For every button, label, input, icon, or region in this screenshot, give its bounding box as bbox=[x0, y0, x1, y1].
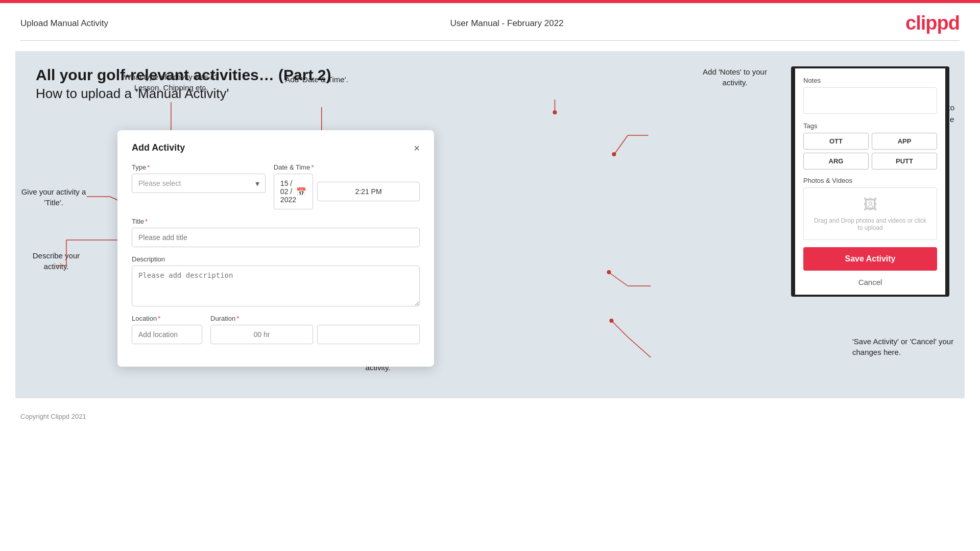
svg-line-24 bbox=[610, 273, 628, 286]
photo-drop-text: Drag and Drop photos and videos or click… bbox=[812, 217, 928, 231]
location-duration-row: Location* Duration* bbox=[132, 315, 420, 344]
annotation-date-time: Add 'Date & Time'. bbox=[276, 74, 357, 85]
header: Upload Manual Activity User Manual - Feb… bbox=[0, 3, 980, 40]
modal-header: Add Activity × bbox=[132, 142, 420, 153]
title-input[interactable] bbox=[132, 228, 420, 247]
description-label: Description bbox=[132, 255, 420, 263]
location-group: Location* bbox=[132, 315, 202, 344]
svg-point-19 bbox=[553, 110, 557, 114]
copyright-text: Copyright Clippd 2021 bbox=[20, 413, 86, 420]
footer: Copyright Clippd 2021 bbox=[0, 409, 980, 424]
svg-line-26 bbox=[628, 337, 651, 357]
description-group: Description bbox=[132, 255, 420, 306]
title-group: Title* bbox=[132, 218, 420, 247]
duration-hr-input[interactable] bbox=[210, 325, 313, 344]
save-activity-button[interactable]: Save Activity bbox=[803, 247, 937, 271]
modal-close-button[interactable]: × bbox=[414, 143, 420, 153]
header-left: Upload Manual Activity bbox=[20, 18, 108, 29]
type-select[interactable]: Please select bbox=[132, 174, 266, 193]
duration-inputs bbox=[210, 325, 420, 344]
tag-ott[interactable]: OTT bbox=[803, 133, 869, 150]
clippd-logo: clippd bbox=[905, 12, 960, 34]
notes-label: Notes bbox=[803, 77, 937, 84]
date-time-inputs: 15 / 02 / 2022 📅 bbox=[274, 174, 420, 209]
photo-drop-zone[interactable]: 🖼 Drag and Drop photos and videos or cli… bbox=[803, 187, 937, 240]
duration-label: Duration* bbox=[210, 315, 420, 322]
photo-icon: 🖼 bbox=[863, 196, 877, 213]
location-label: Location* bbox=[132, 315, 202, 322]
type-select-wrapper: Please select ▾ bbox=[132, 174, 266, 193]
title-row: Title* bbox=[132, 218, 420, 247]
tags-grid: OTT APP ARG PUTT bbox=[803, 133, 937, 170]
annotation-describe: Describe your activity. bbox=[20, 250, 92, 272]
notes-textarea[interactable] bbox=[803, 87, 937, 114]
location-input[interactable] bbox=[132, 325, 202, 344]
datetime-group: Date & Time* 15 / 02 / 2022 📅 bbox=[274, 163, 420, 209]
svg-point-28 bbox=[609, 319, 613, 323]
svg-line-27 bbox=[612, 322, 628, 337]
annotation-save: 'Save Activity' or 'Cancel' your changes… bbox=[852, 336, 960, 357]
modal-title: Add Activity bbox=[132, 142, 185, 153]
annotation-notes: Add 'Notes' to your activity. bbox=[694, 66, 776, 88]
title-label: Title* bbox=[132, 218, 420, 225]
calendar-icon: 📅 bbox=[296, 187, 306, 197]
annotation-give-title: Give your activity a 'Title'. bbox=[15, 186, 92, 208]
tag-putt[interactable]: PUTT bbox=[872, 153, 937, 170]
cancel-link[interactable]: Cancel bbox=[803, 278, 937, 286]
type-group: Type* Please select ▾ bbox=[132, 163, 266, 209]
tag-arg[interactable]: ARG bbox=[803, 153, 869, 170]
description-textarea[interactable] bbox=[132, 266, 420, 306]
duration-min-input[interactable] bbox=[317, 325, 420, 344]
svg-point-22 bbox=[612, 152, 616, 156]
header-right: clippd bbox=[905, 12, 960, 34]
svg-point-25 bbox=[607, 270, 611, 274]
duration-group: Duration* bbox=[210, 315, 420, 344]
header-divider bbox=[20, 40, 960, 41]
main-content: All your golf-relevant activities… (Part… bbox=[15, 51, 965, 398]
time-input[interactable] bbox=[317, 182, 420, 201]
description-row: Description bbox=[132, 255, 420, 306]
add-activity-modal: Add Activity × Type* Please select ▾ Dat… bbox=[117, 130, 434, 367]
tag-app[interactable]: APP bbox=[872, 133, 937, 150]
type-datetime-row: Type* Please select ▾ Date & Time* 15 / … bbox=[132, 163, 420, 209]
date-input[interactable]: 15 / 02 / 2022 📅 bbox=[274, 174, 313, 209]
datetime-label: Date & Time* bbox=[274, 163, 420, 171]
photos-label: Photos & Videos bbox=[803, 177, 937, 184]
tags-label: Tags bbox=[803, 122, 937, 130]
svg-line-21 bbox=[615, 135, 628, 153]
header-center: User Manual - February 2022 bbox=[450, 18, 564, 29]
phone-panel: Notes Tags OTT APP ARG PUTT Photos & Vid… bbox=[791, 66, 949, 297]
type-label: Type* bbox=[132, 163, 266, 171]
annotation-what-type: What type of activity was it? Lesson, Ch… bbox=[123, 71, 220, 93]
